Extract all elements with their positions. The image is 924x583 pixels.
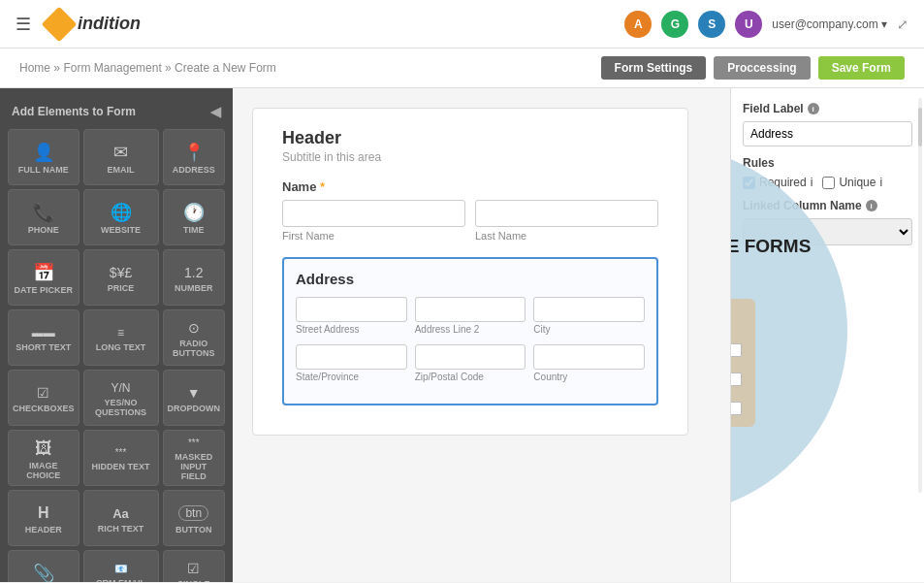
element-yes-no[interactable]: Y/N Yes/No Questions [83,370,159,426]
address-line2-field: Address Line 2 [415,297,526,335]
linked-column-select[interactable] [743,218,912,245]
element-label-full-name: Full Name [18,165,69,175]
street-address-input[interactable] [296,297,407,322]
element-rich-text[interactable]: Aa Rich Text [83,490,159,546]
mini-address-section: Address [730,391,742,415]
element-checkboxes[interactable]: ☑ Checkboxes [8,370,80,426]
rules-label: Rules [743,156,912,170]
long-text-icon: ≡ [117,327,124,339]
crm-email-icon: 📧 [114,564,128,574]
form-header-section: Header Subtitle in this area [282,128,658,164]
state-input[interactable] [296,344,407,370]
mini-phone-label: Phone Number [730,362,742,371]
last-name-caption: Last Name [475,230,658,242]
breadcrumb-home[interactable]: Home [19,61,50,75]
single-checkbox-icon: ☑ [187,562,200,575]
required-info-icon[interactable]: i [811,176,813,189]
last-name-input[interactable] [475,200,658,227]
breadcrumb-sep2: » [165,61,175,75]
nav-left: ☰ indition [16,12,141,37]
element-date-picker[interactable]: 📅 Date Picker [8,249,80,306]
field-label-heading: Field Label i [743,102,912,115]
required-label-text: Required [759,176,807,189]
element-price[interactable]: $¥£ Price [83,249,159,306]
linked-column-heading: Linked Column Name i [743,199,912,212]
element-address[interactable]: 📍 Address [163,129,226,185]
element-long-text[interactable]: ≡ Long Text [83,309,159,366]
street-address-caption: Street Address [296,324,407,335]
element-label-checkboxes: Checkboxes [13,404,75,413]
address-line2-input[interactable] [415,297,526,322]
mini-form-title: Contact Form [730,310,742,325]
element-single-checkbox[interactable]: ☑ Single Checkbox [163,550,226,582]
field-label-input[interactable] [743,121,912,146]
form-card: Header Subtitle in this area Name * Firs… [252,108,688,436]
element-hidden-text[interactable]: *** Hidden Text [83,430,159,486]
element-short-text[interactable]: ▬▬ Short Text [8,309,80,366]
breadcrumb-sep1: » [53,61,63,75]
element-radio-buttons[interactable]: ⊙ Radio Buttons [163,309,226,366]
first-name-caption: First Name [282,230,465,242]
processing-button[interactable]: Proccessing [714,56,810,80]
element-dropdown[interactable]: ▼ Dropdown [163,370,226,426]
element-email[interactable]: ✉ Email [83,129,159,185]
element-label-long-text: Long Text [96,342,146,352]
element-website[interactable]: 🌐 Website [83,189,159,245]
form-settings-button[interactable]: Form Settings [601,56,707,80]
avatar-4[interactable]: U [735,11,762,38]
breadcrumb-form-management[interactable]: Form Management [63,61,161,75]
element-phone[interactable]: 📞 Phone [8,189,80,245]
form-area: Header Subtitle in this area Name * Firs… [233,88,730,582]
city-input[interactable] [533,297,645,322]
element-grid: 👤 Full Name ✉ Email 📍 Address 📞 Phone 🌐 [0,129,233,582]
address-row-2: State/Province Zip/Postal Code Country [296,344,645,382]
element-button[interactable]: btn Button [163,490,226,546]
element-time[interactable]: 🕐 Time [163,189,226,245]
element-full-name[interactable]: 👤 Full Name [8,129,80,185]
image-choice-icon: 🖼 [35,439,52,457]
sidebar-collapse-icon[interactable]: ◀ [210,104,221,119]
address-section-title: Address [296,271,645,287]
element-label-single-checkbox: Single Checkbox [168,579,221,582]
avatar-3[interactable]: S [698,11,725,38]
element-crm-email[interactable]: 📧 CRM Email Subscription [83,550,159,582]
price-icon: $¥£ [110,266,132,279]
email-icon: ✉ [113,144,128,161]
country-input[interactable] [533,344,645,370]
state-caption: State/Province [296,372,407,382]
address-line2-caption: Address Line 2 [415,324,526,335]
checkboxes-icon: ☑ [37,386,49,400]
address-section: Address Street Address Address Line 2 Ci… [282,257,658,405]
mini-contact-row: E-mail Phone Number [730,362,742,386]
zip-field: Zip/Postal Code [415,344,526,382]
element-header[interactable]: H Header [8,490,80,546]
mini-address-inputs [730,402,742,415]
element-label-image-choice: Image Choice [13,461,75,480]
zip-input[interactable] [415,344,526,370]
country-field: Country [533,344,645,382]
mini-phone-input [730,372,742,386]
expand-icon[interactable]: ⤢ [897,16,908,32]
unique-info-icon[interactable]: i [879,176,882,189]
sidebar-title: Add Elements to Form [12,105,136,118]
first-name-input[interactable] [282,200,465,227]
element-image-choice[interactable]: 🖼 Image Choice [8,430,80,486]
field-label-info-icon[interactable]: i [808,103,819,114]
element-number[interactable]: 1.2 Number [163,249,226,306]
user-email[interactable]: user@company.com ▾ [772,17,887,31]
linked-column-info-icon[interactable]: i [866,200,877,211]
element-masked-input[interactable]: *** Masked Input Field [163,430,226,486]
breadcrumb-actions: Form Settings Proccessing Save Form [601,56,905,80]
element-label-yes-no: Yes/No Questions [88,398,154,417]
avatar-1[interactable]: A [624,11,652,38]
save-form-button[interactable]: Save Form [818,56,905,80]
top-nav: ☰ indition A G S U user@company.com ▾ ⤢ [0,0,924,49]
element-label-header: Header [25,525,62,534]
element-upload-file[interactable]: 📎 Upload File [8,550,80,582]
avatar-2[interactable]: G [661,11,688,38]
button-icon: btn [178,505,208,521]
unique-checkbox[interactable] [822,177,835,189]
name-label: Name * [282,179,658,194]
hamburger-menu[interactable]: ☰ [16,14,31,35]
required-checkbox[interactable] [743,177,755,189]
